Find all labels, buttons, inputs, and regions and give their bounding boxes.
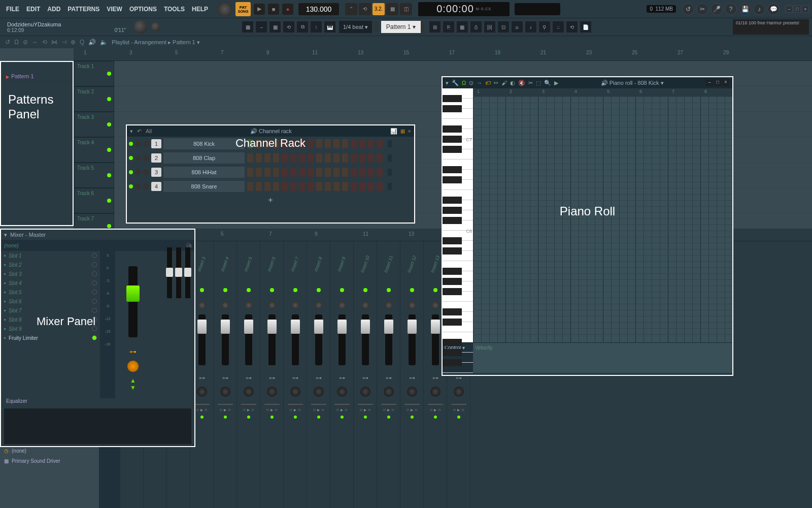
master-pan-knob[interactable] (127, 361, 139, 372)
step-button[interactable] (325, 139, 331, 148)
record-button[interactable]: ● (282, 4, 293, 15)
step-button[interactable] (342, 139, 348, 148)
step-button[interactable] (273, 168, 279, 177)
step-button[interactable] (342, 168, 348, 177)
pr-menu-icon[interactable]: ▾ (446, 80, 449, 86)
menu-add[interactable]: ADD (44, 4, 63, 15)
playlist-crumb[interactable]: Playlist - Arrangement ▸ Pattern 1 ▾ (112, 39, 199, 46)
link-icon[interactable]: ⊶ (386, 374, 392, 382)
bt-icon-8[interactable]: Q (80, 39, 84, 46)
step-button[interactable] (351, 168, 357, 177)
step-button[interactable] (273, 153, 279, 163)
step-button[interactable] (377, 139, 383, 148)
cr-grid-icon[interactable]: ⊞ (400, 128, 405, 135)
pr-arrow-icon[interactable]: → (477, 80, 482, 86)
strip-pan[interactable] (290, 387, 300, 397)
strip-knob[interactable] (408, 301, 416, 309)
view-mixer-icon[interactable]: ⎙ (470, 21, 482, 33)
app-logo[interactable] (217, 2, 232, 17)
master-fader[interactable] (128, 266, 138, 337)
step-button[interactable] (325, 182, 331, 191)
snap-tool-3[interactable]: 3.2. (373, 3, 385, 15)
strip-led[interactable] (293, 288, 297, 292)
link-icon[interactable]: ⊶ (292, 374, 298, 382)
link-icon[interactable]: ⊶ (339, 374, 345, 382)
strip-led[interactable] (200, 288, 204, 292)
strip-pan[interactable] (384, 387, 394, 397)
tb2-icon-4[interactable]: ⧉ (296, 21, 309, 33)
channel-pan-knob[interactable] (135, 183, 141, 189)
strip-pan[interactable] (197, 387, 207, 397)
strip-fader[interactable] (409, 314, 416, 365)
strip-led[interactable] (433, 288, 437, 292)
strip-led[interactable] (340, 288, 344, 292)
strip-knob[interactable] (431, 301, 439, 309)
step-button[interactable] (359, 168, 365, 177)
channel-pan-knob[interactable] (135, 141, 141, 147)
link-icon[interactable]: ⊶ (246, 374, 252, 382)
view-playlist-icon[interactable]: ⊞ (429, 21, 441, 33)
menu-edit[interactable]: EDIT (23, 4, 43, 15)
tb2b-icon-8[interactable]: ⚲ (538, 21, 551, 33)
send-dot[interactable] (411, 416, 414, 419)
strip-knob[interactable] (315, 301, 323, 309)
track-led[interactable] (107, 97, 111, 101)
send-dot[interactable] (341, 416, 344, 419)
sound-driver[interactable]: Primary Sound Driver (12, 458, 60, 464)
snap-selector[interactable]: 1/4 beat ▾ (339, 21, 372, 33)
snap-tool-4[interactable]: ▦ (386, 3, 398, 15)
step-button[interactable] (290, 168, 296, 177)
step-button[interactable] (282, 153, 288, 163)
link-icon[interactable]: ⊶ (432, 374, 438, 382)
strip-fader[interactable] (268, 314, 276, 365)
step-button[interactable] (256, 182, 262, 191)
link-icon[interactable]: ⊶ (409, 374, 415, 382)
step-button[interactable] (342, 153, 348, 163)
mixer-strip[interactable]: Insert 9 ⊶ ○ ▸ ○ (330, 241, 354, 508)
link-icon[interactable]: ⊶ (199, 374, 205, 382)
chat-icon[interactable]: 💬 (767, 3, 780, 15)
send-dot[interactable] (434, 416, 437, 419)
view-channel-icon[interactable]: ▦ (456, 21, 468, 33)
bt-icon-2[interactable]: ⊘ (23, 39, 28, 46)
strip-pan[interactable] (360, 387, 370, 397)
send-dot[interactable] (224, 416, 227, 419)
mixer-strip[interactable]: Insert 8 ⊶ ○ ▸ ○ (307, 241, 330, 508)
step-button[interactable] (316, 182, 322, 191)
tb2-icon-3[interactable]: ⟲ (283, 21, 295, 33)
track-led[interactable] (107, 148, 111, 152)
cr-undo-icon[interactable]: ↶ (137, 128, 142, 135)
step-button[interactable] (316, 153, 322, 163)
minimize-button[interactable]: – (786, 6, 793, 13)
send-dot[interactable] (317, 416, 320, 419)
track-led[interactable] (107, 173, 111, 177)
step-button[interactable] (342, 182, 348, 191)
step-button[interactable] (333, 182, 340, 191)
tb2-icon-1[interactable]: → (255, 21, 267, 33)
step-button[interactable] (308, 153, 314, 163)
tb2-icon-0[interactable]: ▦ (242, 21, 254, 33)
bt-icon-9[interactable]: 🔊 (88, 39, 96, 46)
menu-patterns[interactable]: PATTERNS (64, 4, 103, 15)
channel-name[interactable]: 808 Kick (163, 138, 245, 149)
slot-enable[interactable] (92, 280, 97, 285)
channel-select[interactable] (388, 183, 392, 190)
main-volume-knob[interactable] (134, 20, 147, 34)
step-button[interactable] (256, 168, 262, 177)
step-button[interactable] (333, 139, 340, 148)
strip-pan[interactable] (337, 387, 347, 397)
link-icon[interactable]: ⊶ (222, 374, 228, 382)
step-button[interactable] (377, 153, 383, 163)
strip-knob[interactable] (268, 301, 276, 309)
step-button[interactable] (351, 139, 357, 148)
playlist-ruler[interactable]: 1357911131517192123252729 (74, 48, 812, 61)
tb2b-icon-7[interactable]: ♪ (525, 21, 537, 33)
channel-rack-titlebar[interactable]: ▾ ↶ All 🔊 Channel rack 📊 ⊞ × (127, 125, 414, 137)
channel-name[interactable]: 808 Snare (163, 181, 245, 192)
output-icon[interactable]: ▦ (4, 458, 9, 464)
step-button[interactable] (256, 153, 262, 163)
strip-led[interactable] (363, 288, 367, 292)
strip-pan[interactable] (267, 387, 277, 397)
pattern-selector[interactable]: Pattern 1 ▾ (381, 21, 421, 33)
step-button[interactable] (282, 168, 288, 177)
